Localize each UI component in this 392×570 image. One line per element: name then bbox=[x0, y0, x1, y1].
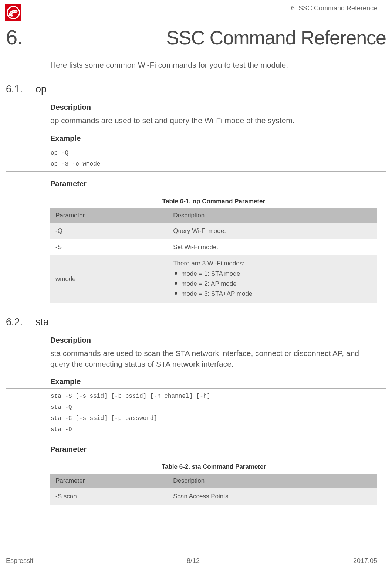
table-header-row: Parameter Description bbox=[50, 474, 377, 488]
chapter-title: SSC Command Reference bbox=[166, 27, 386, 49]
table-caption: Table 6-2. sta Command Parameter bbox=[50, 463, 377, 471]
wmode-lead: There are 3 Wi-Fi modes: bbox=[173, 260, 372, 269]
example-heading: Example bbox=[50, 377, 377, 386]
code-line: op -S -o wmode bbox=[51, 159, 386, 170]
code-line: sta -C [-s ssid] [-p password] bbox=[51, 413, 386, 424]
chapter-heading: 6. SSC Command Reference bbox=[6, 25, 386, 51]
td-parameter: -Q bbox=[50, 223, 168, 239]
table-row: -S Set Wi-Fi mode. bbox=[50, 239, 377, 255]
chapter-intro: Here lists some common Wi-Fi commands fo… bbox=[50, 60, 386, 70]
section-number: 6.2. bbox=[6, 316, 27, 328]
section-name: sta bbox=[36, 316, 49, 328]
code-line: op -Q bbox=[51, 147, 386, 159]
example-code-sta: sta -S [-s ssid] [-b bssid] [-n channel]… bbox=[6, 388, 386, 437]
espressif-logo-icon bbox=[5, 4, 21, 21]
section-heading-op: 6.1. op bbox=[6, 84, 386, 95]
svg-point-1 bbox=[11, 14, 13, 17]
table-header-row: Parameter Description bbox=[50, 208, 377, 223]
topbar: 6. SSC Command Reference bbox=[0, 0, 392, 21]
code-line: sta -Q bbox=[51, 402, 386, 413]
page-footer: Espressif 8/12 2017.05 bbox=[0, 557, 392, 565]
td-parameter: -S bbox=[50, 239, 168, 255]
section-heading-sta: 6.2. sta bbox=[6, 316, 386, 328]
table-caption: Table 6-1. op Command Parameter bbox=[50, 198, 377, 205]
td-parameter: -S scan bbox=[50, 488, 168, 505]
td-description: Query Wi-Fi mode. bbox=[168, 223, 377, 239]
wmode-list: mode = 1: STA mode mode = 2: AP mode mod… bbox=[173, 269, 372, 299]
list-item: mode = 2: AP mode bbox=[173, 279, 372, 289]
running-head: 6. SSC Command Reference bbox=[291, 4, 377, 12]
section-number: 6.1. bbox=[6, 84, 27, 95]
logo-swirl-icon bbox=[7, 6, 20, 19]
list-item: mode = 3: STA+AP mode bbox=[173, 289, 372, 299]
section-name: op bbox=[36, 84, 47, 95]
list-item: mode = 1: STA mode bbox=[173, 269, 372, 279]
parameter-heading: Parameter bbox=[50, 445, 377, 454]
table-row: -Q Query Wi-Fi mode. bbox=[50, 223, 377, 239]
th-parameter: Parameter bbox=[50, 474, 168, 488]
td-description: Set Wi-Fi mode. bbox=[168, 239, 377, 255]
chapter-number: 6. bbox=[6, 25, 23, 49]
footer-date: 2017.05 bbox=[353, 557, 377, 565]
table-row: wmode There are 3 Wi-Fi modes: mode = 1:… bbox=[50, 255, 377, 303]
description-heading: Description bbox=[50, 103, 377, 112]
td-description: There are 3 Wi-Fi modes: mode = 1: STA m… bbox=[168, 255, 377, 303]
description-text: op commands are used to set and query th… bbox=[50, 115, 377, 126]
description-heading: Description bbox=[50, 336, 377, 345]
th-parameter: Parameter bbox=[50, 208, 168, 223]
th-description: Description bbox=[168, 208, 377, 223]
th-description: Description bbox=[168, 474, 377, 488]
example-code-op: op -Q op -S -o wmode bbox=[6, 145, 386, 172]
op-parameter-table: Parameter Description -Q Query Wi-Fi mod… bbox=[50, 208, 377, 303]
td-parameter: wmode bbox=[50, 255, 168, 303]
footer-page-number: 8/12 bbox=[187, 557, 200, 565]
sta-parameter-table: Parameter Description -S scan Scan Acces… bbox=[50, 474, 377, 505]
td-description: Scan Access Points. bbox=[168, 488, 377, 505]
code-line: sta -S [-s ssid] [-b bssid] [-n channel]… bbox=[51, 391, 386, 402]
parameter-heading: Parameter bbox=[50, 180, 377, 188]
code-line: sta -D bbox=[51, 424, 386, 435]
example-heading: Example bbox=[50, 134, 377, 143]
description-text: sta commands are used to scan the STA ne… bbox=[50, 348, 377, 369]
footer-left: Espressif bbox=[6, 557, 33, 565]
table-row: -S scan Scan Access Points. bbox=[50, 488, 377, 505]
